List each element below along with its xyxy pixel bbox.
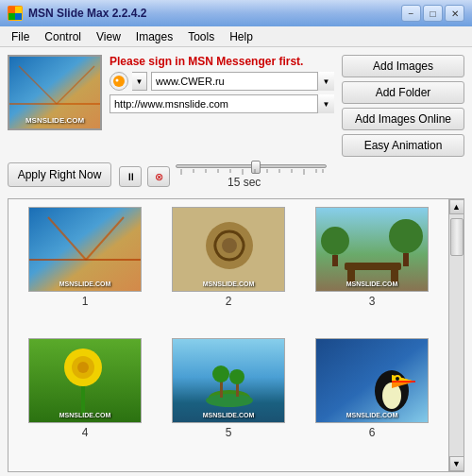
watermark-4: MSNSLIDE.COM	[59, 412, 110, 418]
url-input-container-2: ▼	[110, 94, 334, 113]
menu-images[interactable]: Images	[128, 28, 180, 45]
thumb-4[interactable]: MSNSLIDE.COM	[28, 338, 142, 423]
pause-button[interactable]: ⏸	[119, 166, 142, 187]
list-item[interactable]: MSNSLIDE.COM 4	[16, 338, 154, 464]
app-icon	[8, 6, 23, 21]
image-label-4: 4	[82, 426, 89, 439]
titlebar-title: MSN Slide Max 2.2.4.2	[28, 7, 146, 20]
playback-area: ⏸ ⊗	[119, 162, 327, 189]
url-row-2: ▼	[110, 94, 334, 113]
url-input-2[interactable]	[110, 94, 334, 113]
url-input-container-1: ▼	[151, 72, 334, 91]
svg-rect-23	[29, 208, 142, 292]
thumb-1[interactable]: MSNSLIDE.COM	[28, 207, 142, 292]
svg-point-36	[389, 219, 423, 253]
svg-rect-31	[345, 263, 401, 270]
image-label-6: 6	[369, 426, 376, 439]
thumb-6[interactable]: MSNSLIDE.COM	[315, 338, 429, 423]
top-section: MSNSLIDE.COM Please sign in MSN Messenge…	[8, 55, 464, 157]
image-grid: MSNSLIDE.COM 1 MSNSLIDE.COM	[8, 199, 448, 471]
url-input-1[interactable]	[151, 72, 334, 91]
menubar: File Control View Images Tools Help	[0, 26, 472, 47]
svg-rect-37	[403, 253, 409, 266]
preview-image: MSNSLIDE.COM	[8, 55, 102, 130]
sign-in-text: Please sign in MSN Messenger first.	[110, 55, 334, 68]
minimize-button[interactable]: −	[401, 5, 421, 22]
svg-rect-2	[8, 13, 15, 20]
svg-point-29	[222, 238, 237, 253]
preview-img-bg: MSNSLIDE.COM	[9, 57, 100, 128]
preview-watermark: MSNSLIDE.COM	[25, 116, 84, 125]
msn-dropdown-arrow[interactable]: ▼	[132, 72, 147, 91]
add-images-button[interactable]: Add Images	[342, 55, 464, 77]
thumb-5[interactable]: MSNSLIDE.COM	[172, 338, 285, 423]
watermark-6: MSNSLIDE.COM	[346, 412, 397, 418]
scroll-track[interactable]	[449, 214, 464, 456]
thumb-3[interactable]: MSNSLIDE.COM	[315, 207, 429, 292]
watermark-3: MSNSLIDE.COM	[346, 280, 397, 287]
list-item[interactable]: MSNSLIDE.COM 6	[303, 338, 441, 464]
flower-thumb-svg	[29, 339, 142, 423]
svg-point-47	[212, 366, 229, 382]
menu-file[interactable]: File	[4, 28, 37, 45]
msn-icon	[110, 72, 128, 91]
island-thumb-svg	[173, 339, 285, 423]
list-item[interactable]: MSNSLIDE.COM 5	[160, 338, 297, 464]
playback-row: ⏸ ⊗	[119, 164, 327, 189]
image-label-3: 3	[369, 295, 376, 308]
controls-row: Apply Right Now ⏸ ⊗	[8, 162, 464, 189]
ticks-svg	[177, 169, 328, 178]
add-images-online-button[interactable]: Add Images Online	[342, 108, 464, 130]
watermark-1: MSNSLIDE.COM	[59, 280, 110, 287]
image-label-2: 2	[226, 295, 232, 308]
list-item[interactable]: MSNSLIDE.COM 1	[16, 207, 154, 332]
image-label-5: 5	[226, 426, 232, 439]
toucan-thumb-svg	[316, 339, 429, 423]
right-buttons: Add Images Add Folder Add Images Online …	[342, 55, 464, 157]
svg-point-54	[396, 377, 399, 381]
slider-track[interactable]	[176, 164, 327, 168]
stop-icon: ⊗	[155, 171, 163, 183]
stop-button[interactable]: ⊗	[147, 166, 170, 187]
pause-icon: ⏸	[126, 171, 136, 182]
svg-point-42	[77, 362, 89, 373]
url-row-1: ▼ ▼	[110, 72, 334, 91]
menu-tools[interactable]: Tools	[180, 28, 222, 45]
watermark-2: MSNSLIDE.COM	[203, 280, 254, 287]
svg-rect-0	[8, 7, 15, 13]
svg-point-49	[229, 369, 244, 384]
list-item[interactable]: MSNSLIDE.COM 2	[160, 207, 297, 332]
main-content: MSNSLIDE.COM Please sign in MSN Messenge…	[0, 47, 472, 476]
menu-help[interactable]: Help	[222, 28, 261, 45]
add-folder-button[interactable]: Add Folder	[342, 81, 464, 104]
svg-rect-3	[15, 13, 22, 20]
thumb-2[interactable]: MSNSLIDE.COM	[172, 207, 285, 292]
scroll-thumb[interactable]	[450, 218, 464, 256]
image-label-1: 1	[82, 295, 89, 308]
menu-view[interactable]: View	[89, 28, 128, 45]
scrollbar: ▲ ▼	[448, 199, 464, 471]
middle-controls: Please sign in MSN Messenger first. ▼ ▼	[110, 55, 334, 113]
svg-point-34	[321, 227, 349, 255]
apply-right-now-button[interactable]: Apply Right Now	[8, 162, 111, 187]
svg-rect-1	[15, 7, 22, 13]
bridge-thumb-svg	[29, 208, 142, 292]
scroll-down-button[interactable]: ▼	[449, 456, 464, 471]
menu-control[interactable]: Control	[37, 28, 89, 45]
svg-rect-35	[332, 255, 338, 266]
left-controls: Apply Right Now	[8, 162, 111, 187]
scroll-up-button[interactable]: ▲	[449, 199, 464, 214]
easy-animation-button[interactable]: Easy Animation	[342, 134, 464, 157]
image-grid-container: MSNSLIDE.COM 1 MSNSLIDE.COM	[8, 198, 464, 472]
bench-thumb-svg	[316, 208, 429, 292]
maximize-button[interactable]: □	[423, 5, 443, 22]
list-item[interactable]: MSNSLIDE.COM 3	[303, 207, 441, 332]
url-2-dropdown[interactable]: ▼	[317, 94, 334, 113]
close-button[interactable]: ✕	[445, 5, 464, 22]
svg-rect-43	[173, 339, 285, 423]
watermark-5: MSNSLIDE.COM	[203, 412, 254, 418]
slider-with-ticks	[176, 164, 327, 168]
url-1-dropdown[interactable]: ▼	[317, 72, 334, 91]
titlebar: MSN Slide Max 2.2.4.2 − □ ✕	[0, 0, 472, 26]
svg-point-8	[113, 76, 125, 87]
